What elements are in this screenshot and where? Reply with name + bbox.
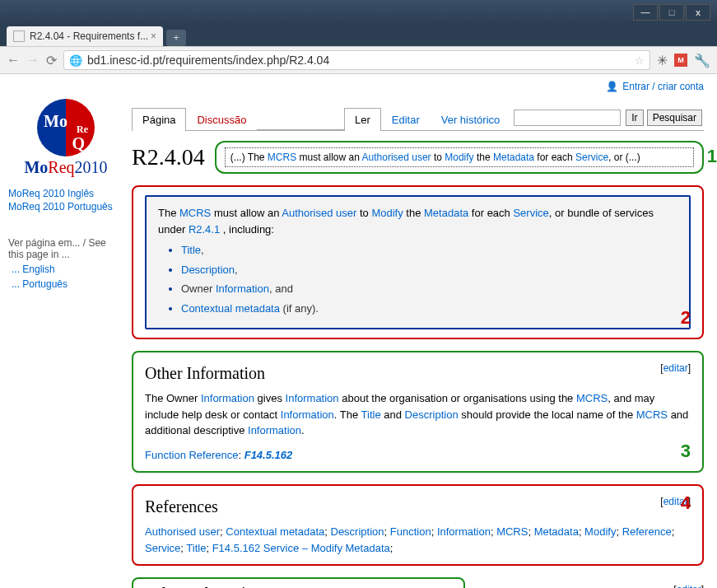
gmail-icon[interactable]: M — [674, 54, 687, 67]
logo-text: MoReq2010 — [24, 158, 107, 177]
browser-tab[interactable]: R2.4.04 - Requirements f... × — [7, 26, 163, 46]
globe-icon: 🌐 — [69, 54, 82, 67]
box-number-2: 2 — [681, 304, 691, 331]
references-box: 4 References [editar] Authorised user; C… — [132, 484, 704, 566]
edit-referenced[interactable]: editar — [677, 584, 701, 588]
edit-other-info[interactable]: editar — [663, 362, 688, 374]
url-bar[interactable]: 🌐 bd1.inesc-id.pt/requirements/index.php… — [63, 50, 650, 70]
link-service[interactable]: Service — [575, 152, 608, 163]
link-information[interactable]: Information — [281, 408, 334, 421]
link-metadata[interactable]: Metadata — [424, 207, 468, 219]
wrench-icon[interactable]: 🔧 — [694, 53, 710, 68]
link-function-reference[interactable]: Function Reference — [145, 449, 238, 461]
link-information[interactable]: Information — [286, 392, 339, 404]
edit-link: [editar] — [660, 361, 691, 385]
link-ref[interactable]: Service — [145, 542, 180, 554]
sidebar-nav: MoReq 2010 Inglês MoReq 2010 Português — [8, 188, 123, 212]
window-close-button[interactable]: x — [686, 4, 710, 21]
link-ref[interactable]: Reference — [622, 525, 672, 538]
link-mcrs[interactable]: MCRS — [576, 392, 608, 404]
link-metadata[interactable]: Metadata — [493, 152, 534, 163]
link-information[interactable]: Information — [201, 392, 254, 404]
logo[interactable]: Mo Re Q MoReq2010 — [21, 99, 111, 181]
references-heading: References — [145, 494, 218, 519]
link-ref[interactable]: Function — [390, 525, 431, 538]
lang-link-portugues[interactable]: ... Português — [12, 278, 123, 290]
tab-historico[interactable]: Ver histórico — [431, 108, 511, 131]
ir-button[interactable]: Ir — [626, 110, 643, 126]
sidebar-item-ingles[interactable]: MoReq 2010 Inglês — [8, 188, 123, 199]
link-ref[interactable]: Modify — [584, 525, 616, 538]
url-text: bd1.inesc-id.pt/requirements/index.php/R… — [87, 54, 635, 67]
link-ref[interactable]: Title — [186, 542, 206, 554]
back-button[interactable]: ← — [7, 53, 20, 68]
link-ref[interactable]: Information — [437, 525, 491, 538]
edit-link: [editar] — [673, 577, 704, 588]
link-modify[interactable]: Modify — [445, 152, 473, 163]
reload-button[interactable]: ⟳ — [46, 53, 57, 68]
lang-link-english[interactable]: ... English — [12, 264, 123, 275]
window-titlebar: — □ x — [0, 0, 717, 23]
browser-toolbar: ← → ⟳ 🌐 bd1.inesc-id.pt/requirements/ind… — [0, 46, 717, 74]
forward-button[interactable]: → — [26, 53, 40, 68]
tab-favicon-icon — [13, 30, 25, 42]
link-description[interactable]: Description — [405, 408, 459, 421]
page-body: 👤 Entrar / criar conta Mo Re Q MoReq2010… — [0, 74, 717, 588]
new-tab-button[interactable]: + — [166, 30, 186, 46]
link-service[interactable]: Service — [513, 207, 548, 219]
page-tabs: Página Discussão Ler Editar Ver históric… — [132, 107, 704, 131]
tab-close-icon[interactable]: × — [151, 30, 156, 42]
tab-title: R2.4.04 - Requirements f... — [30, 30, 148, 42]
maximize-button[interactable]: □ — [659, 4, 684, 21]
search-input[interactable] — [514, 110, 621, 126]
sidebar-item-portugues[interactable]: MoReq 2010 Português — [8, 201, 123, 212]
requirement-inner: The MCRS must allow an Authorised user t… — [145, 195, 691, 329]
link-information[interactable]: Information — [216, 282, 269, 295]
link-mcrs[interactable]: MCRS — [268, 152, 296, 163]
sidebar: Mo Re Q MoReq2010 MoReq 2010 Inglês MoRe… — [8, 99, 123, 290]
link-authorised-user[interactable]: Authorised user — [282, 207, 356, 219]
link-information[interactable]: Information — [248, 424, 301, 436]
link-ref[interactable]: F14.5.162 Service – Modify Metadata — [212, 542, 390, 554]
other-info-heading: Other Information — [145, 361, 265, 385]
link-modify[interactable]: Modify — [371, 207, 403, 219]
link-title[interactable]: Title — [181, 244, 201, 256]
link-mcrs[interactable]: MCRS — [636, 408, 668, 421]
box-number-3: 3 — [681, 437, 691, 464]
bookmark-star-icon[interactable]: ☆ — [635, 54, 645, 67]
references-list: Authorised user; Contextual metadata; De… — [145, 524, 691, 556]
page-title: R2.4.04 — [132, 144, 205, 170]
extension-icon[interactable]: ✳ — [657, 53, 668, 68]
link-ref[interactable]: Metadata — [534, 525, 579, 538]
browser-tab-bar: R2.4.04 - Requirements f... × + — [0, 23, 717, 46]
link-title[interactable]: Title — [361, 408, 381, 421]
tab-ler[interactable]: Ler — [344, 108, 381, 131]
user-icon: 👤 — [606, 81, 618, 92]
link-authorised-user[interactable]: Authorised user — [362, 152, 431, 163]
box-number-5: 5 — [442, 584, 452, 588]
tab-discussao[interactable]: Discussão — [186, 108, 257, 131]
tab-pagina[interactable]: Página — [132, 108, 186, 131]
link-ref[interactable]: MCRS — [496, 525, 528, 538]
referenced-requirements-box: 5 Referenced Requirements R2.4.01 - (...… — [132, 577, 465, 588]
sidebar-section-label: Ver página em... / See this page in ... — [8, 237, 123, 260]
other-information-box: 3 Other Information [editar] The Owner I… — [132, 351, 704, 473]
summary-box: (...) The MCRS must allow an Authorised … — [215, 141, 704, 174]
login-link[interactable]: 👤 Entrar / criar conta — [606, 81, 704, 92]
logo-circle-icon: Mo Re Q — [37, 99, 95, 156]
pesquisar-button[interactable]: Pesquisar — [647, 110, 702, 126]
tab-editar[interactable]: Editar — [381, 108, 431, 131]
link-contextual-metadata[interactable]: Contextual metadata — [181, 302, 280, 315]
requirement-box: 2 The MCRS must allow an Authorised user… — [132, 185, 704, 339]
minimize-button[interactable]: — — [633, 4, 658, 21]
link-ref[interactable]: Description — [331, 525, 384, 538]
link-mcrs[interactable]: MCRS — [179, 207, 211, 219]
sidebar-language-section: Ver página em... / See this page in ... … — [8, 237, 123, 290]
box-number-4: 4 — [681, 489, 691, 516]
link-f1451622[interactable]: F14.5.162 — [244, 449, 293, 461]
main-content: Página Discussão Ler Editar Ver históric… — [132, 74, 717, 588]
link-ref[interactable]: Authorised user — [145, 525, 220, 538]
link-ref[interactable]: Contextual metadata — [226, 525, 324, 538]
link-r241[interactable]: R2.4.1 — [189, 223, 220, 236]
link-description[interactable]: Description — [181, 264, 235, 276]
